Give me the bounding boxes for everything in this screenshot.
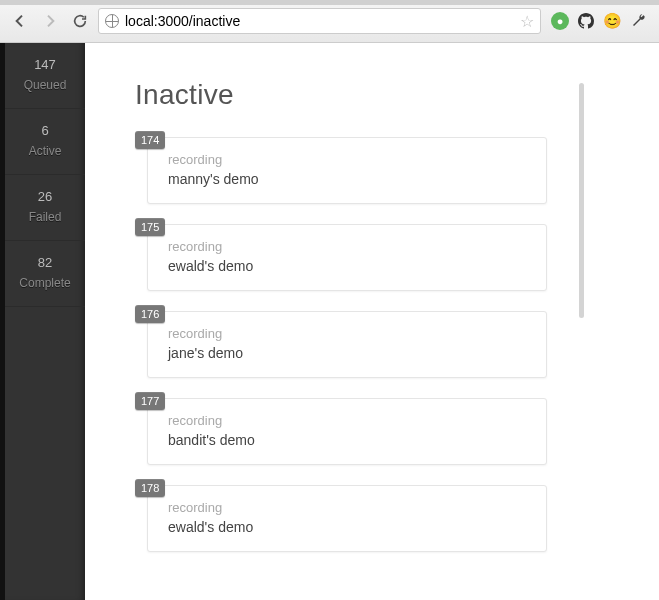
- job-item[interactable]: 177 recording bandit's demo: [135, 398, 609, 465]
- job-id-badge: 178: [135, 479, 165, 497]
- sidebar: 147 Queued 6 Active 26 Failed 82 Complet…: [5, 43, 85, 600]
- url-bar[interactable]: local:3000/inactive ☆: [98, 8, 541, 34]
- job-id-badge: 174: [135, 131, 165, 149]
- job-title: manny's demo: [168, 171, 526, 187]
- sidebar-item-complete[interactable]: 82 Complete: [5, 241, 85, 307]
- extension-icons: ● 😊: [547, 12, 651, 30]
- globe-icon: [105, 14, 119, 28]
- sidebar-item-count: 6: [5, 123, 85, 138]
- extension-icon-green[interactable]: ●: [551, 12, 569, 30]
- job-list: 174 recording manny's demo 175 recording…: [135, 137, 609, 552]
- main-content: Inactive 174 recording manny's demo 175 …: [85, 43, 659, 600]
- job-type: recording: [168, 413, 526, 428]
- job-item[interactable]: 174 recording manny's demo: [135, 137, 609, 204]
- url-text: local:3000/inactive: [125, 13, 240, 29]
- back-button[interactable]: [8, 9, 32, 33]
- forward-button[interactable]: [38, 9, 62, 33]
- job-title: ewald's demo: [168, 519, 526, 535]
- job-title: ewald's demo: [168, 258, 526, 274]
- app: 147 Queued 6 Active 26 Failed 82 Complet…: [0, 43, 659, 600]
- job-card: recording jane's demo: [147, 311, 547, 378]
- job-id-badge: 176: [135, 305, 165, 323]
- browser-chrome: local:3000/inactive ☆ ● 😊: [0, 0, 659, 43]
- job-card: recording ewald's demo: [147, 485, 547, 552]
- sidebar-item-failed[interactable]: 26 Failed: [5, 175, 85, 241]
- job-item[interactable]: 178 recording ewald's demo: [135, 485, 609, 552]
- sidebar-item-count: 82: [5, 255, 85, 270]
- job-card: recording manny's demo: [147, 137, 547, 204]
- sidebar-item-label: Complete: [5, 276, 85, 290]
- job-type: recording: [168, 500, 526, 515]
- job-item[interactable]: 175 recording ewald's demo: [135, 224, 609, 291]
- bookmark-star-icon[interactable]: ☆: [520, 12, 534, 31]
- extension-icon-face[interactable]: 😊: [603, 12, 621, 30]
- sidebar-item-active[interactable]: 6 Active: [5, 109, 85, 175]
- job-id-badge: 175: [135, 218, 165, 236]
- page-title: Inactive: [135, 79, 609, 111]
- job-item[interactable]: 176 recording jane's demo: [135, 311, 609, 378]
- sidebar-item-count: 147: [5, 57, 85, 72]
- job-title: bandit's demo: [168, 432, 526, 448]
- job-type: recording: [168, 239, 526, 254]
- job-card: recording ewald's demo: [147, 224, 547, 291]
- extension-icon-github[interactable]: [577, 12, 595, 30]
- sidebar-item-count: 26: [5, 189, 85, 204]
- wrench-icon[interactable]: [629, 12, 647, 30]
- job-title: jane's demo: [168, 345, 526, 361]
- reload-button[interactable]: [68, 9, 92, 33]
- sidebar-item-label: Queued: [5, 78, 85, 92]
- sidebar-item-label: Active: [5, 144, 85, 158]
- sidebar-item-queued[interactable]: 147 Queued: [5, 43, 85, 109]
- sidebar-item-label: Failed: [5, 210, 85, 224]
- job-card: recording bandit's demo: [147, 398, 547, 465]
- job-type: recording: [168, 326, 526, 341]
- job-type: recording: [168, 152, 526, 167]
- job-id-badge: 177: [135, 392, 165, 410]
